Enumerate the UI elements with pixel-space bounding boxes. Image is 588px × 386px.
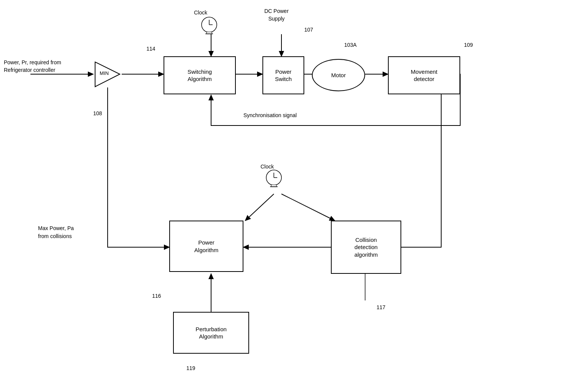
clock-bottom-label: Clock (261, 164, 274, 170)
switching-algorithm-box: SwitchingAlgorithm (164, 56, 236, 94)
ref-103a: 103A (344, 42, 357, 48)
ref-119: 119 (186, 365, 195, 371)
power-input-label: Power, Pr, required fromRefrigerator con… (4, 59, 61, 74)
ref-117: 117 (377, 304, 385, 310)
diagram: MIN 114 108 Power, Pr, required fromRefr… (0, 0, 588, 386)
clock-bottom-icon (264, 169, 283, 194)
ref-114: 114 (146, 46, 155, 52)
collision-detection-box: Collisiondetectionalgorithm (331, 221, 401, 274)
motor-circle: Motor (312, 59, 365, 91)
perturbation-algorithm-box: PerturbationAlgorithm (173, 312, 249, 354)
max-power-label: Max Power, Pafrom collisions (38, 224, 74, 240)
svg-line-10 (281, 194, 335, 221)
ref-116: 116 (152, 293, 161, 299)
ref-109: 109 (464, 42, 473, 48)
power-switch-box: PowerSwitch (262, 56, 304, 94)
clock-top-label: Clock (194, 10, 207, 16)
dc-power-label: DC PowerSupply (264, 8, 289, 22)
sync-signal-label: Synchronisation signal (243, 112, 297, 118)
clock-top-icon (200, 15, 219, 36)
ref-107: 107 (304, 27, 313, 33)
movement-detector-box: Movementdetector (388, 56, 460, 94)
svg-line-9 (245, 194, 274, 221)
min-label: MIN (100, 70, 109, 76)
ref-108: 108 (93, 110, 102, 116)
power-algorithm-box: PowerAlgorithm (169, 221, 243, 272)
